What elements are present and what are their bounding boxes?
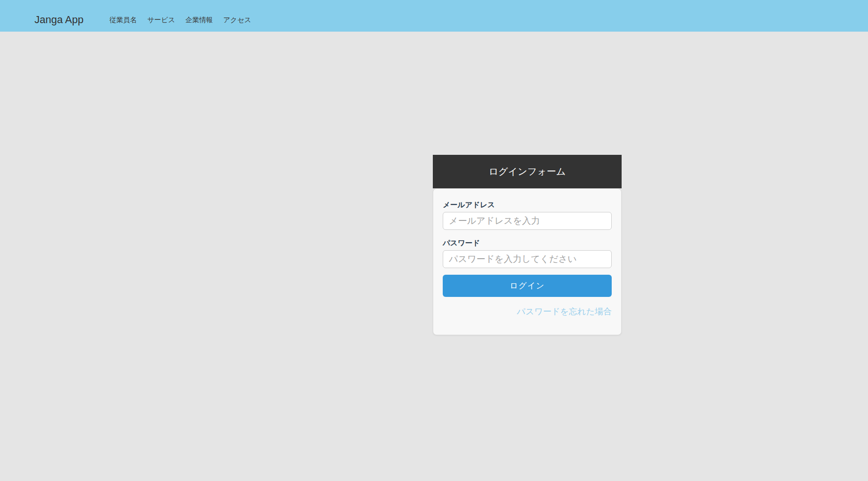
nav-item-services[interactable]: サービス	[142, 16, 180, 25]
nav-item-access[interactable]: アクセス	[218, 16, 256, 25]
password-field-group: パスワード	[443, 238, 612, 268]
email-label: メールアドレス	[443, 200, 612, 209]
login-button[interactable]: ログイン	[443, 275, 612, 297]
navbar-brand[interactable]: Janga App	[34, 14, 84, 26]
login-card-title: ログインフォーム	[433, 155, 622, 188]
forgot-password-row: パスワードを忘れた場合	[443, 307, 612, 317]
nav-item-company-info[interactable]: 企業情報	[180, 16, 218, 25]
forgot-password-link[interactable]: パスワードを忘れた場合	[517, 307, 612, 316]
email-field-group: メールアドレス	[443, 200, 612, 230]
login-card: ログインフォーム メールアドレス パスワード ログイン パスワードを忘れた場合	[433, 155, 622, 335]
password-input[interactable]	[443, 250, 612, 268]
email-input[interactable]	[443, 212, 612, 230]
login-card-body: メールアドレス パスワード ログイン パスワードを忘れた場合	[433, 188, 622, 335]
nav-menu: 従業員名 サービス 企業情報 アクセス	[104, 16, 256, 25]
password-label: パスワード	[443, 238, 612, 247]
navbar: Janga App 従業員名 サービス 企業情報 アクセス	[0, 0, 868, 32]
nav-item-employees[interactable]: 従業員名	[104, 16, 142, 25]
